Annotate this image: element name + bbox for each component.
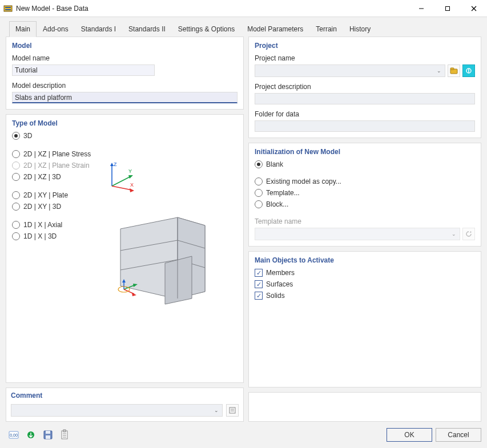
units-icon[interactable]: 0,00 [7,428,21,442]
radio-icon [255,160,263,168]
svg-line-10 [112,176,131,186]
svg-rect-43 [46,431,50,434]
project-folder-label: Folder for data [255,110,475,118]
svg-rect-1 [5,7,11,8]
comment-apply-button[interactable] [226,404,239,417]
svg-marker-29 [132,293,136,296]
model-name-label: Model name [12,54,238,62]
app-icon [3,4,13,13]
radio-icon [12,203,20,211]
radio-icon [12,173,20,181]
footer: 0,00 OK Cancel [0,425,487,448]
init-existing-option[interactable]: Existing model as copy... [255,177,475,185]
project-panel-title: Project [255,42,475,50]
tab-terrain[interactable]: Terrain [309,21,343,37]
close-button[interactable] [461,0,487,17]
checkbox-icon [255,269,263,277]
maximize-button[interactable] [434,0,461,17]
svg-marker-38 [470,231,472,233]
init-panel-title: Initialization of New Model [255,148,475,156]
save-icon[interactable] [41,428,55,442]
project-browse-button[interactable] [448,64,460,77]
tab-standards2[interactable]: Standards II [122,21,172,37]
tab-main[interactable]: Main [9,21,37,37]
template-name-label: Template name [255,217,475,225]
ok-button[interactable]: OK [387,428,432,442]
export-icon[interactable] [24,428,38,442]
checkbox-icon [255,280,263,288]
checkbox-icon [255,292,263,300]
tab-history[interactable]: History [343,21,377,37]
clipboard-icon[interactable] [58,428,72,442]
tab-addons[interactable]: Add-ons [37,21,75,37]
model-panel: Model Model name Model description [6,37,244,110]
svg-marker-14 [130,188,134,192]
chevron-down-icon: ⌄ [452,231,456,237]
model-desc-label: Model description [12,82,238,90]
svg-line-13 [112,186,132,190]
svg-marker-22 [165,256,192,304]
svg-text:0,00: 0,00 [10,433,18,437]
cancel-button[interactable]: Cancel [436,428,481,442]
main-objects-title: Main Objects to Activate [255,256,475,264]
members-checkbox[interactable]: Members [255,269,475,277]
type-2dxz-planestress-option[interactable]: 2D | XZ | Plane Stress [12,150,238,158]
chevron-down-icon: ⌄ [437,68,441,74]
radio-icon [12,221,20,229]
svg-text:Y: Y [128,168,132,174]
tab-settings[interactable]: Settings & Options [172,21,241,37]
project-name-combo[interactable]: ⌄ [255,64,445,77]
title-bar: New Model - Base Data [0,0,487,17]
svg-marker-11 [128,175,133,179]
type-panel-title: Type of Model [12,119,238,127]
project-cloud-button[interactable] [462,64,475,77]
radio-icon [12,232,20,240]
project-desc-label: Project description [255,83,475,91]
radio-icon [255,177,263,185]
radio-icon [12,132,20,140]
project-panel: Project Project name ⌄ Project [248,37,481,138]
minimize-button[interactable] [408,0,434,17]
radio-icon [255,200,263,208]
svg-rect-31 [230,407,235,413]
chevron-down-icon: ⌄ [214,407,219,413]
initialization-panel: Initialization of New Model Blank Existi… [248,143,481,247]
tab-standards1[interactable]: Standards I [75,21,122,37]
axis-gizmo-icon: Z Y X [103,160,138,196]
svg-rect-4 [446,6,450,10]
model-panel-title: Model [12,42,238,50]
model-desc-input[interactable] [12,92,238,103]
svg-rect-44 [46,435,50,439]
radio-icon [12,162,20,169]
main-objects-panel: Main Objects to Activate Members Surface… [248,251,481,388]
svg-text:Z: Z [114,162,117,167]
svg-rect-46 [63,430,66,432]
project-desc-input [255,93,475,104]
init-template-option[interactable]: Template... [255,189,475,197]
svg-rect-2 [5,9,11,10]
comment-panel: Comment ⌄ [6,388,244,422]
model-name-input[interactable] [12,64,155,76]
comment-title: Comment [11,392,239,399]
svg-rect-0 [4,6,12,11]
template-reload-button [462,228,475,240]
init-block-option[interactable]: Block... [255,200,475,208]
window-title: New Model - Base Data [16,5,88,13]
tab-model-params[interactable]: Model Parameters [241,21,309,37]
model-preview-icon [109,206,229,308]
radio-icon [12,191,20,199]
radio-icon [12,150,20,158]
surfaces-checkbox[interactable]: Surfaces [255,280,475,288]
init-blank-option[interactable]: Blank [255,160,475,168]
type-of-model-panel: Type of Model 3D 2D | XZ | Plane Stress … [6,114,244,383]
content-area: Model Model name Model description Type … [0,37,487,425]
project-folder-input [255,120,475,132]
type-3d-option[interactable]: 3D [12,132,238,140]
solids-checkbox[interactable]: Solids [255,292,475,300]
radio-icon [255,189,263,197]
template-name-combo: ⌄ [255,228,460,240]
comment-combo[interactable]: ⌄ [11,404,223,417]
svg-text:X: X [130,182,134,188]
svg-rect-35 [450,68,454,70]
project-name-label: Project name [255,54,475,62]
